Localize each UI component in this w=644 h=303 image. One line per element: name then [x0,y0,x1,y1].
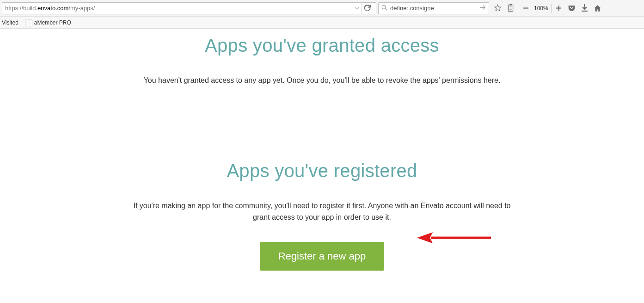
granted-access-title: Apps you've granted access [18,35,626,56]
browser-toolbar: https://build.envato.com/my-apps/ define… [0,0,644,17]
bookmark-amember-label: aMember PRO [34,19,71,26]
search-value: define: consigne [390,5,434,12]
home-icon[interactable] [591,2,604,15]
clipboard-icon[interactable] [504,2,517,15]
bookmark-favicon-icon [25,19,32,26]
search-icon [381,5,387,12]
pocket-icon[interactable] [565,2,578,15]
url-dropdown-icon[interactable] [354,5,360,12]
url-bar[interactable]: https://build.envato.com/my-apps/ [2,2,376,14]
bookmark-visited[interactable]: Visited [2,19,18,26]
zoom-in-icon[interactable] [552,2,565,15]
svg-rect-3 [509,4,511,6]
downloads-icon[interactable] [578,2,591,15]
svg-point-0 [382,5,386,9]
url-domain: envato.com [37,5,68,12]
search-bar[interactable]: define: consigne [378,2,489,14]
section-granted-access: Apps you've granted access You haven't g… [0,35,644,87]
bookmark-visited-label: Visited [2,19,18,26]
section-registered-apps: Apps you've registered If you're making … [0,161,644,271]
zoom-out-icon[interactable] [519,2,532,15]
url-prefix: https://build. [5,5,37,12]
toolbar-icons: 100% [491,2,604,15]
registered-apps-text: If you're making an app for the communit… [130,200,514,223]
bookmarks-bar: Visited aMember PRO [0,17,644,29]
register-new-app-button[interactable]: Register a new app [260,242,385,271]
svg-line-1 [386,8,387,10]
url-suffix: /my-apps/ [68,5,95,12]
page-content: Apps you've granted access You haven't g… [0,29,644,303]
registered-apps-title: Apps you've registered [18,161,626,181]
refresh-button[interactable] [361,2,373,14]
bookmark-amember[interactable]: aMember PRO [25,19,71,26]
search-go-icon[interactable] [479,5,486,12]
bookmark-star-icon[interactable] [491,2,504,15]
zoom-level: 100% [532,5,550,12]
granted-access-text: You haven't granted access to any app ye… [130,74,514,87]
